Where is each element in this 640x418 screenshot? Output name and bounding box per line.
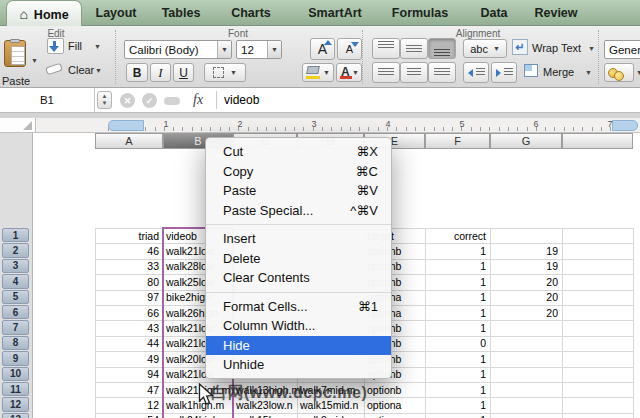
tab-charts[interactable]: Charts bbox=[222, 0, 280, 26]
row-header-6[interactable]: 6 bbox=[2, 305, 29, 319]
row-header-5[interactable]: 5 bbox=[2, 290, 29, 304]
cell-A2[interactable]: 46 bbox=[95, 245, 159, 258]
row-header-2[interactable]: 2 bbox=[2, 243, 29, 257]
cell-A6[interactable]: 66 bbox=[95, 307, 159, 320]
cell-F5[interactable]: 1 bbox=[425, 291, 486, 304]
clear-button[interactable] bbox=[45, 62, 65, 76]
menu-item-delete[interactable]: Delete bbox=[206, 249, 391, 269]
ruler-corner-button[interactable] bbox=[0, 118, 36, 132]
wrap-text-dropdown-arrow[interactable]: ▼ bbox=[588, 45, 595, 52]
cell-F2[interactable]: 1 bbox=[425, 245, 486, 258]
cell-A11[interactable]: 47 bbox=[95, 384, 159, 397]
wrap-text-button[interactable]: Wrap Text bbox=[532, 42, 581, 54]
cell-A8[interactable]: 44 bbox=[95, 337, 159, 350]
tab-tables[interactable]: Tables bbox=[152, 0, 210, 26]
shrink-font-button[interactable]: A bbox=[337, 38, 362, 60]
menu-item-cut[interactable]: Cut⌘X bbox=[206, 142, 391, 162]
merge-dropdown-arrow[interactable]: ▼ bbox=[585, 69, 592, 76]
cell-G3[interactable]: 19 bbox=[490, 260, 558, 273]
cell-F12[interactable]: 1 bbox=[425, 399, 486, 412]
cell-A10[interactable]: 94 bbox=[95, 368, 159, 381]
row-header-4[interactable]: 4 bbox=[2, 274, 29, 288]
menu-item-copy[interactable]: Copy⌘C bbox=[206, 162, 391, 182]
decrease-indent-button[interactable] bbox=[463, 62, 489, 83]
tab-review[interactable]: Review bbox=[524, 0, 588, 26]
align-bottom-button[interactable] bbox=[428, 38, 456, 59]
clear-dropdown-arrow[interactable]: ▼ bbox=[95, 67, 102, 74]
accept-icon[interactable]: ✓ bbox=[142, 93, 157, 108]
number-format-select[interactable]: General bbox=[604, 40, 640, 59]
tab-formulas[interactable]: Formulas bbox=[384, 0, 456, 26]
row-header-11[interactable]: 11 bbox=[2, 382, 29, 396]
tab-home[interactable]: ⌂Home bbox=[6, 0, 82, 26]
paste-button[interactable] bbox=[2, 39, 30, 72]
font-size-dropdown-arrow[interactable]: ▼ bbox=[267, 41, 281, 58]
row-header-7[interactable]: 7 bbox=[2, 320, 29, 334]
fill-button[interactable] bbox=[47, 38, 64, 54]
cell-A12[interactable]: 12 bbox=[95, 399, 159, 412]
cell-G2[interactable]: 19 bbox=[490, 245, 558, 258]
cell-E13[interactable]: optiona bbox=[367, 414, 401, 418]
column-header-G[interactable]: G bbox=[490, 133, 562, 149]
underline-button[interactable]: U bbox=[173, 63, 194, 82]
cell-G5[interactable]: 20 bbox=[490, 291, 558, 304]
cell-F3[interactable]: 1 bbox=[425, 260, 486, 273]
cell-D13[interactable]: walk9mid.m bbox=[300, 414, 355, 418]
align-left-button[interactable] bbox=[372, 62, 400, 83]
cell-B1[interactable]: videob bbox=[166, 230, 197, 243]
increase-indent-button[interactable] bbox=[491, 62, 517, 83]
cancel-icon[interactable]: ✕ bbox=[120, 93, 135, 108]
cell-C13[interactable]: walk15low.m bbox=[236, 414, 296, 418]
menu-item-unhide[interactable]: Unhide bbox=[206, 355, 391, 375]
font-color-button[interactable]: A ▼ bbox=[336, 63, 362, 82]
row-header-12[interactable]: 12 bbox=[2, 397, 29, 411]
cell-A13[interactable]: 54 bbox=[95, 414, 159, 418]
paste-dropdown-arrow[interactable]: ▼ bbox=[31, 57, 38, 64]
align-center-button[interactable] bbox=[400, 62, 428, 83]
row-header-9[interactable]: 9 bbox=[2, 351, 29, 365]
cell-F10[interactable]: 1 bbox=[425, 368, 486, 381]
fill-color-button[interactable]: ▼ bbox=[302, 63, 334, 82]
function-icon[interactable]: fx bbox=[193, 92, 203, 108]
row-header-13[interactable]: 13 bbox=[2, 413, 29, 418]
orientation-button[interactable]: abc▼ bbox=[463, 39, 507, 58]
cell-F13[interactable]: 1 bbox=[425, 414, 486, 418]
cell-F9[interactable]: 1 bbox=[425, 353, 486, 366]
cell-F11[interactable]: 1 bbox=[425, 384, 486, 397]
tab-smartart[interactable]: SmartArt bbox=[299, 0, 371, 26]
align-top-button[interactable] bbox=[372, 38, 400, 59]
cell-A4[interactable]: 80 bbox=[95, 276, 159, 289]
menu-item-format-cells[interactable]: Format Cells...⌘1 bbox=[206, 297, 391, 317]
column-header-A[interactable]: A bbox=[95, 133, 163, 149]
cell-F7[interactable]: 1 bbox=[425, 322, 486, 335]
name-box[interactable]: B1 bbox=[0, 88, 95, 112]
cell-A9[interactable]: 49 bbox=[95, 353, 159, 366]
tab-data[interactable]: Data bbox=[469, 0, 519, 26]
cell-F6[interactable]: 1 bbox=[425, 307, 486, 320]
currency-button[interactable] bbox=[604, 63, 634, 82]
cell-A5[interactable]: 97 bbox=[95, 291, 159, 304]
cell-A3[interactable]: 33 bbox=[95, 260, 159, 273]
font-name-select[interactable]: Calibri (Body) ▼ bbox=[124, 40, 232, 59]
cell-E11[interactable]: optionb bbox=[367, 384, 401, 397]
menu-item-paste-special[interactable]: Paste Special...^⌘V bbox=[206, 201, 391, 221]
menu-item-column-width[interactable]: Column Width... bbox=[206, 316, 391, 336]
row-header-1[interactable]: 1 bbox=[2, 228, 29, 242]
menu-item-clear-contents[interactable]: Clear Contents bbox=[206, 268, 391, 288]
column-header-F[interactable]: F bbox=[425, 133, 490, 149]
formula-input[interactable]: videob bbox=[224, 93, 259, 107]
row-header-10[interactable]: 10 bbox=[2, 367, 29, 381]
cell-A7[interactable]: 43 bbox=[95, 322, 159, 335]
row-header-8[interactable]: 8 bbox=[2, 336, 29, 350]
currency-dropdown-arrow[interactable]: ▼ bbox=[636, 69, 640, 76]
cell-F8[interactable]: 0 bbox=[425, 337, 486, 350]
ruler-right-margin[interactable] bbox=[612, 120, 638, 131]
italic-button[interactable]: I bbox=[150, 63, 171, 82]
cell-E12[interactable]: optiona bbox=[367, 399, 401, 412]
cell-G4[interactable]: 20 bbox=[490, 276, 558, 289]
menu-item-paste[interactable]: Paste⌘V bbox=[206, 181, 391, 201]
cell-F4[interactable]: 1 bbox=[425, 276, 486, 289]
borders-button[interactable]: ▼ bbox=[204, 63, 246, 82]
tab-layout[interactable]: Layout bbox=[88, 0, 144, 26]
bold-button[interactable]: B bbox=[126, 63, 148, 82]
